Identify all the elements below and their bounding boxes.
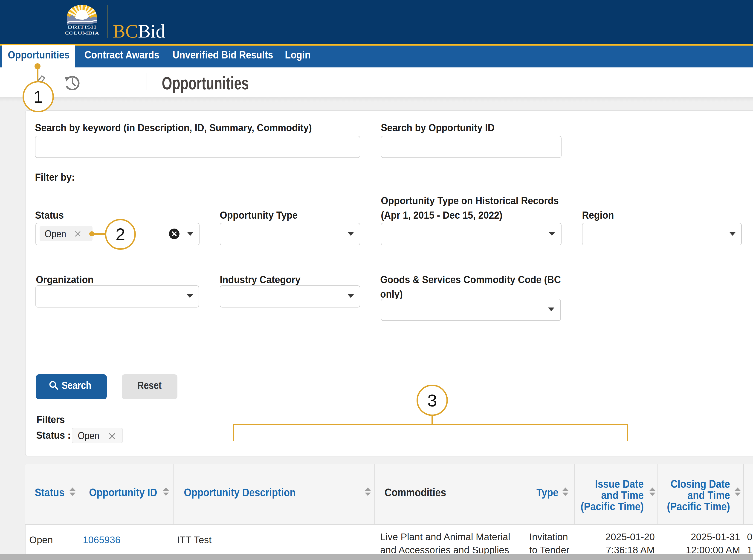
svg-text:COLUMBIA: COLUMBIA — [65, 31, 99, 36]
svg-text:BRITISH: BRITISH — [68, 25, 97, 29]
